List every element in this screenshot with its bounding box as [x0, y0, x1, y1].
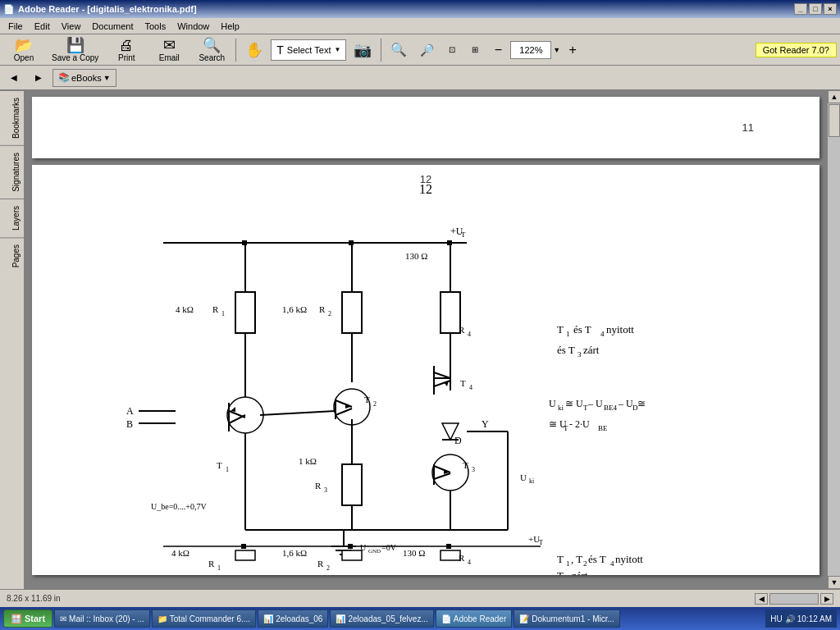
pdf-scroll[interactable]: 11 12 12 +U T: [25, 90, 827, 589]
window-title: Adobe Reader - [digitalis_elektronika.pd…: [18, 4, 197, 14]
restore-button[interactable]: □: [809, 3, 822, 15]
zoom-in-button[interactable]: 🔍: [385, 36, 413, 64]
clock: 10:12 AM: [797, 614, 832, 623]
save-icon: 💾: [66, 38, 84, 52]
menu-help[interactable]: Help: [216, 21, 244, 32]
taskbar-2eloadas05[interactable]: 📊 2eloadas_05_felvez...: [330, 609, 433, 628]
menu-file[interactable]: File: [3, 21, 28, 32]
start-icon: 🪟: [11, 614, 22, 624]
hscroll-area: ◀ ▶: [755, 593, 833, 605]
svg-line-30: [434, 372, 450, 378]
titlebar-controls: _ □ ×: [794, 3, 837, 15]
mail-label: Mail :: Inbox (20) - ...: [69, 614, 144, 623]
svg-text:és T: és T: [573, 323, 591, 336]
select-text-dropdown[interactable]: T Select Text ▼: [271, 39, 346, 61]
forward-button[interactable]: ▶: [28, 67, 49, 89]
taskbar-totalcmd[interactable]: 📁 Total Commander 6....: [152, 609, 256, 628]
taskbar-mail[interactable]: ✉ Mail :: Inbox (20) - ...: [54, 609, 150, 628]
svg-text:A: A: [126, 405, 134, 417]
sidebar-pages[interactable]: Pages: [0, 237, 24, 274]
statusbar: 8.26 x 11.69 in ◀ ▶: [0, 589, 840, 607]
svg-text:T: T: [364, 395, 370, 404]
svg-text:≅ U: ≅ U: [565, 398, 583, 409]
vertical-scrollbar[interactable]: ▲ ▼: [827, 90, 840, 589]
zoom-out-icon: 🔎: [420, 43, 434, 57]
back-icon: ◀: [11, 73, 17, 82]
menu-document[interactable]: Document: [87, 21, 138, 32]
mail-icon: ✉: [60, 614, 66, 623]
save-copy-button[interactable]: 💾 Save a Copy: [46, 36, 104, 64]
sidebar-signatures[interactable]: Signatures: [0, 145, 24, 199]
svg-rect-14: [342, 292, 362, 333]
open-button[interactable]: 📂 Open: [3, 36, 44, 64]
totalcmd-label: Total Commander 6....: [170, 614, 250, 623]
svg-text:, T: , T: [571, 553, 582, 565]
menu-edit[interactable]: Edit: [30, 21, 55, 32]
zoom-plus-button[interactable]: +: [562, 36, 583, 64]
got-reader-banner[interactable]: Got Reader 7.0?: [756, 43, 837, 57]
svg-text:T: T: [557, 553, 564, 565]
scroll-down-button[interactable]: ▼: [828, 576, 840, 589]
print-button[interactable]: 🖨 Print: [106, 36, 147, 64]
svg-text:1: 1: [217, 564, 221, 572]
taskbar-word[interactable]: 📝 Dokumentum1 - Micr...: [514, 609, 620, 628]
ebooks-button[interactable]: 📚 eBooks ▼: [52, 69, 116, 87]
svg-text:U: U: [520, 472, 527, 482]
sidebar-bookmarks[interactable]: Bookmarks: [0, 90, 24, 145]
menu-tools[interactable]: Tools: [140, 21, 171, 32]
ebooks-label: eBooks: [71, 73, 102, 83]
svg-text:1,6 kΩ: 1,6 kΩ: [282, 548, 307, 558]
word-icon: 📝: [519, 614, 529, 623]
svg-text:nyitott: nyitott: [606, 323, 634, 336]
toolbar2: ◀ ▶ 📚 eBooks ▼: [0, 66, 840, 90]
plus-icon: +: [569, 43, 577, 57]
svg-text:és T: és T: [588, 553, 606, 565]
hand-tool-button[interactable]: ✋: [240, 36, 269, 64]
sidebar-layers[interactable]: Layers: [0, 199, 24, 237]
toolbar-sep1: [235, 39, 236, 62]
svg-text:3: 3: [472, 466, 475, 473]
fit-width-icon: ⊞: [472, 45, 478, 54]
scroll-thumb[interactable]: [829, 104, 840, 137]
svg-rect-8: [235, 292, 255, 333]
svg-text:=0V: =0V: [381, 543, 397, 552]
menu-view[interactable]: View: [57, 21, 86, 32]
page-dimensions: 8.26 x 11.69 in: [7, 594, 61, 603]
circuit-diagram: 12 +U T R: [32, 165, 819, 575]
zoom-out-button[interactable]: 🔎: [414, 36, 440, 64]
zoom-dropdown[interactable]: ▼: [553, 46, 560, 54]
minimize-button[interactable]: _: [794, 3, 807, 15]
search-button[interactable]: 🔍 Search: [191, 36, 232, 64]
zoom-minus-button[interactable]: −: [487, 36, 509, 64]
hand-tool-area: ✋: [240, 36, 269, 64]
volume-icon: 🔊: [785, 614, 795, 623]
email-button[interactable]: ✉ Email: [148, 36, 189, 64]
taskbar-adobe[interactable]: 📄 Adobe Reader: [436, 609, 513, 628]
taskbar-2eloadas06[interactable]: 📊 2eloadas_06: [258, 609, 328, 628]
svg-text:1 kΩ: 1 kΩ: [299, 456, 317, 466]
main-area: Bookmarks Signatures Layers Pages 11 12 …: [0, 90, 840, 589]
svg-text:B: B: [126, 418, 133, 430]
svg-text:és T: és T: [557, 344, 575, 356]
menu-window[interactable]: Window: [172, 21, 214, 32]
svg-rect-107: [241, 544, 246, 549]
pdf-page-12: 12 12 +U T: [32, 165, 819, 575]
scroll-left-button[interactable]: ◀: [755, 593, 768, 605]
ebooks-dropdown: ▼: [103, 74, 111, 82]
eloadas05-label: 2eloadas_05_felvez...: [348, 614, 427, 623]
svg-text:1: 1: [566, 559, 570, 568]
svg-text:R: R: [319, 304, 326, 314]
screenshot-button[interactable]: 📷: [348, 36, 377, 64]
hscroll-track[interactable]: [769, 593, 819, 605]
scroll-up-button[interactable]: ▲: [828, 90, 840, 103]
scroll-right-button[interactable]: ▶: [820, 593, 833, 605]
close-button[interactable]: ×: [824, 3, 837, 15]
zoom-in-icon: 🔍: [390, 42, 407, 57]
scroll-track[interactable]: [828, 103, 840, 576]
adobe-label: Adobe Reader: [454, 614, 507, 623]
zoom-btn1[interactable]: ⊡: [441, 36, 463, 64]
start-button[interactable]: 🪟 Start: [3, 609, 52, 628]
zoom-btn2[interactable]: ⊞: [464, 36, 486, 64]
svg-rect-20: [441, 292, 460, 333]
back-button[interactable]: ◀: [3, 67, 25, 89]
